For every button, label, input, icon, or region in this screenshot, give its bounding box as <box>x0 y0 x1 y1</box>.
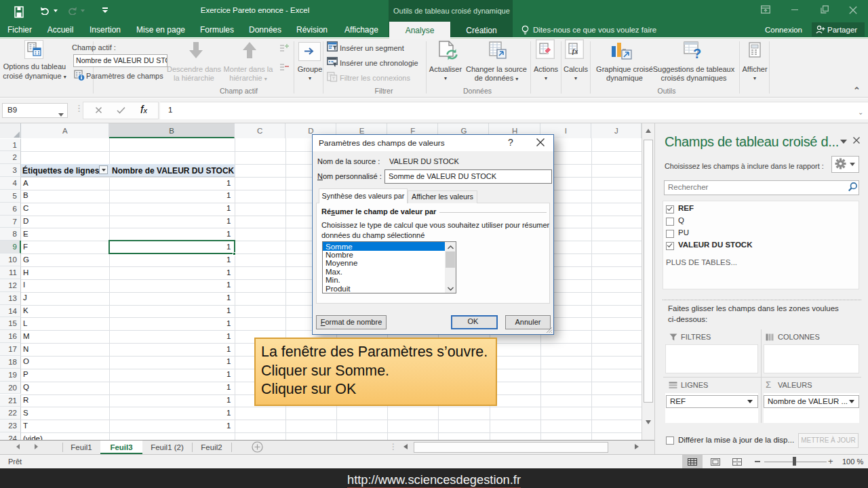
svg-text:?: ? <box>693 46 701 61</box>
svg-text:fx: fx <box>572 47 578 55</box>
